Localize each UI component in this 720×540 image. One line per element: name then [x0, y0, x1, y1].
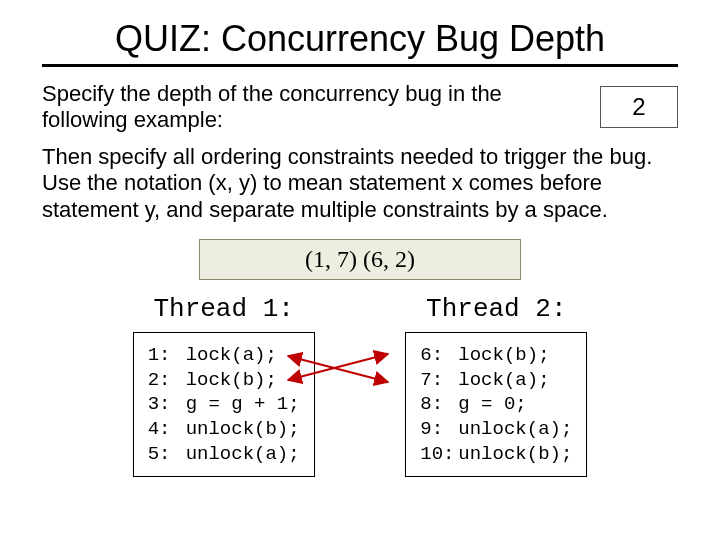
- code-text: unlock(a);: [186, 443, 300, 465]
- thread-1-code-wrap: 1:lock(a); 2:lock(b); 3:g = g + 1; 4:unl…: [133, 332, 315, 477]
- code-text: unlock(b);: [186, 418, 300, 440]
- constraints-answer-box: (1, 7) (6, 2): [199, 239, 521, 280]
- line-number: 3:: [148, 392, 186, 417]
- code-text: g = g + 1;: [186, 393, 300, 415]
- code-text: lock(b);: [458, 344, 549, 366]
- code-text: lock(a);: [186, 344, 277, 366]
- line-number: 7:: [420, 368, 458, 393]
- code-text: unlock(b);: [458, 443, 572, 465]
- code-text: lock(a);: [458, 369, 549, 391]
- thread-1-code: 1:lock(a); 2:lock(b); 3:g = g + 1; 4:unl…: [133, 332, 315, 477]
- thread-2-column: Thread 2: 6:lock(b); 7:lock(a); 8:g = 0;…: [405, 294, 587, 477]
- depth-answer-box: 2: [600, 86, 678, 128]
- thread-2-title: Thread 2:: [426, 294, 566, 324]
- constraints-answer-value: (1, 7) (6, 2): [305, 246, 415, 272]
- code-text: unlock(a);: [458, 418, 572, 440]
- line-number: 8:: [420, 392, 458, 417]
- line-number: 10:: [420, 442, 458, 467]
- slide-title: QUIZ: Concurrency Bug Depth: [42, 18, 678, 60]
- thread-1-title: Thread 1:: [153, 294, 293, 324]
- depth-prompt: Specify the depth of the concurrency bug…: [42, 81, 570, 134]
- threads-container: Thread 1: 1:lock(a); 2:lock(b); 3:g = g …: [42, 294, 678, 477]
- slide: QUIZ: Concurrency Bug Depth Specify the …: [0, 0, 720, 540]
- line-number: 1:: [148, 343, 186, 368]
- depth-row: Specify the depth of the concurrency bug…: [42, 81, 678, 134]
- line-number: 6:: [420, 343, 458, 368]
- depth-answer-value: 2: [632, 93, 645, 121]
- thread-1-column: Thread 1: 1:lock(a); 2:lock(b); 3:g = g …: [133, 294, 315, 477]
- line-number: 2:: [148, 368, 186, 393]
- thread-2-code: 6:lock(b); 7:lock(a); 8:g = 0; 9:unlock(…: [405, 332, 587, 477]
- code-text: g = 0;: [458, 393, 526, 415]
- constraints-prompt: Then specify all ordering constraints ne…: [42, 144, 678, 223]
- line-number: 5:: [148, 442, 186, 467]
- line-number: 9:: [420, 417, 458, 442]
- title-divider: [42, 64, 678, 67]
- code-text: lock(b);: [186, 369, 277, 391]
- line-number: 4:: [148, 417, 186, 442]
